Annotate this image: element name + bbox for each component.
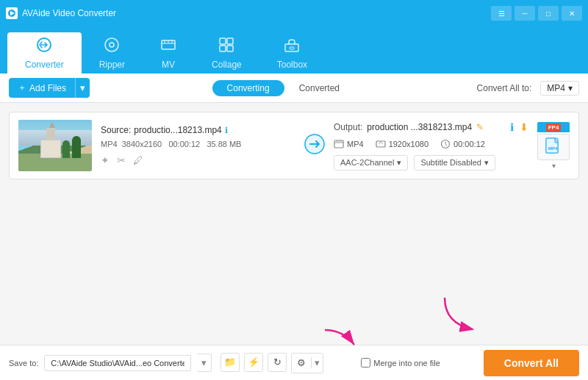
settings-dropdown-btn[interactable]: ▾ [311, 357, 323, 368]
folder-btn[interactable]: 📁 [220, 353, 240, 372]
svg-rect-6 [220, 38, 226, 44]
svg-rect-9 [227, 46, 233, 51]
audio-dropdown-icon: ▾ [397, 158, 401, 168]
tab-collage-label: Collage [212, 60, 242, 70]
file-badge-wrapper[interactable]: FP4 MP4 ▾ [537, 122, 570, 170]
tab-pills: Converting Converted [212, 80, 354, 96]
tab-collage[interactable]: Collage [194, 32, 259, 74]
refresh-btn[interactable]: ↻ [268, 353, 287, 372]
save-to-label: Save to: [9, 359, 38, 368]
merge-label-text: Merge into one file [373, 359, 440, 368]
meta-size: 35.88 MB [207, 140, 241, 148]
minimize-btn[interactable]: ─ [514, 6, 535, 21]
cut-btn[interactable]: ✂ [117, 154, 126, 166]
format-selector[interactable]: MP4 ▾ [540, 81, 579, 96]
audio-select[interactable]: AAC-2Channel ▾ [334, 155, 408, 171]
svg-rect-7 [227, 38, 233, 44]
output-info-icon[interactable]: ℹ [510, 121, 514, 133]
converter-icon [36, 37, 52, 57]
source-label: Source: [101, 125, 131, 135]
app-icon [6, 7, 18, 19]
add-files-dropdown-btn[interactable]: ▾ [75, 78, 90, 98]
svg-rect-10 [285, 44, 298, 51]
meta-format: MP4 [101, 140, 118, 148]
output-resolution: 1920x1080 [389, 140, 429, 148]
tab-converter-label: Converter [25, 60, 64, 70]
tab-pill-converting[interactable]: Converting [212, 80, 284, 96]
file-item: Source: productio...18213.mp4 ℹ MP4 3840… [9, 112, 579, 179]
tab-ripper-label: Ripper [99, 60, 125, 70]
tab-mv-label: MV [162, 60, 175, 70]
star-btn[interactable]: ✦ [101, 154, 110, 166]
convert-all-button[interactable]: Convert All [484, 350, 579, 376]
output-label: Output: [334, 122, 362, 132]
output-duration: 00:00:12 [453, 140, 485, 148]
meta-resolution: 3840x2160 [122, 140, 162, 148]
file-thumbnail [18, 120, 92, 171]
source-filename: productio...18213.mp4 [134, 125, 221, 135]
plus-icon: ＋ [18, 82, 26, 94]
subtitle-select[interactable]: Subtitle Disabled ▾ [414, 155, 495, 171]
edit-btn[interactable]: 🖊 [133, 154, 143, 166]
collage-icon [218, 37, 234, 57]
convert-all-to-label: Convert All to: [477, 83, 532, 93]
info-icon[interactable]: ℹ [225, 126, 228, 135]
bottom-bar: Save to: ▾ 📁 ⚡ ↻ ⚙ ▾ Merge into one file [0, 345, 588, 380]
tab-toolbox-label: Toolbox [277, 60, 307, 70]
toolbox-icon [284, 37, 300, 57]
output-section: Output: production ...3818213.mp4 ✎ ℹ ⬇ … [334, 121, 528, 171]
svg-point-4 [110, 43, 114, 47]
save-path-input[interactable] [44, 355, 191, 371]
nav-tabs: Converter Ripper MV [0, 26, 588, 74]
audio-select-value: AAC-2Channel [340, 158, 394, 167]
tab-pill-converted[interactable]: Converted [284, 80, 354, 96]
output-filename: production ...3818213.mp4 [367, 122, 472, 132]
flash-btn[interactable]: ⚡ [244, 353, 263, 372]
maximize-btn[interactable]: □ [538, 6, 559, 21]
main-content: Source: productio...18213.mp4 ℹ MP4 3840… [0, 103, 588, 345]
save-path-dropdown-btn[interactable]: ▾ [197, 354, 212, 372]
tab-toolbox[interactable]: Toolbox [259, 32, 325, 74]
output-format: MP4 [347, 140, 364, 148]
subtitle-dropdown-icon: ▾ [484, 158, 489, 168]
output-edit-icon[interactable]: ✎ [476, 122, 484, 132]
svg-rect-11 [290, 47, 294, 49]
title-bar: AVAide Video Converter ☰ ─ □ ✕ [0, 0, 588, 26]
tab-ripper[interactable]: Ripper [82, 32, 143, 74]
app-title: AVAide Video Converter [22, 8, 116, 18]
format-value: MP4 [547, 83, 565, 93]
file-info: Source: productio...18213.mp4 ℹ MP4 3840… [101, 125, 295, 166]
convert-arrow [304, 134, 325, 158]
menu-btn[interactable]: ☰ [491, 6, 512, 21]
add-files-button[interactable]: ＋ Add Files [9, 78, 75, 98]
svg-text:MP4: MP4 [548, 146, 558, 151]
meta-duration: 00:00:12 [168, 140, 200, 148]
output-download-icon[interactable]: ⬇ [520, 121, 528, 133]
settings-btn[interactable]: ⚙ [292, 354, 311, 373]
close-btn[interactable]: ✕ [562, 6, 582, 21]
ripper-icon [104, 37, 120, 57]
mv-icon [160, 37, 176, 57]
svg-rect-8 [220, 46, 226, 51]
toolbar: ＋ Add Files ▾ Converting Converted Conve… [0, 74, 588, 103]
tab-converter[interactable]: Converter [7, 32, 82, 74]
merge-checkbox[interactable] [361, 358, 370, 368]
tab-mv[interactable]: MV [143, 32, 194, 74]
format-dropdown-icon: ▾ [568, 83, 573, 93]
svg-point-3 [105, 38, 118, 51]
file-type-badge: FP4 [537, 122, 570, 132]
subtitle-select-value: Subtitle Disabled [420, 158, 481, 167]
file-badge-dropdown[interactable]: ▾ [552, 162, 556, 170]
